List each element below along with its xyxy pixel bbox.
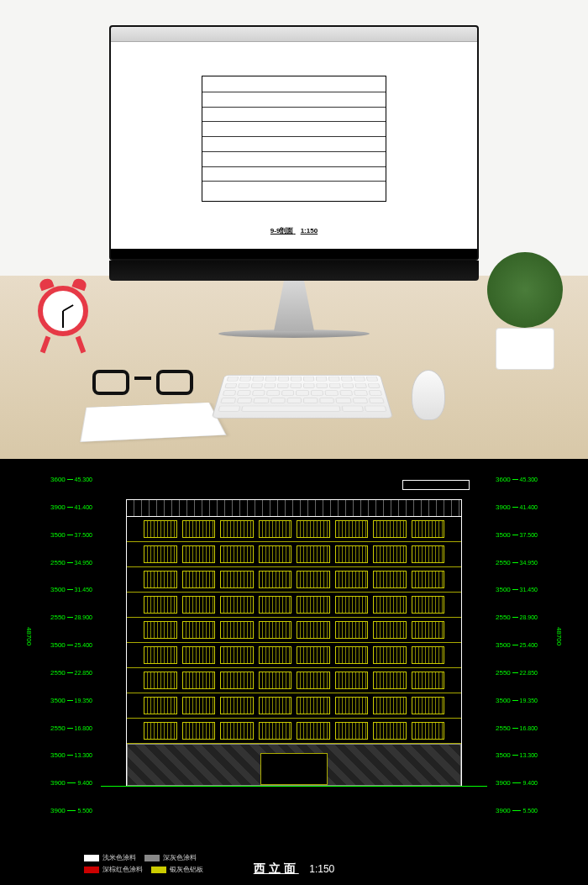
floor-elevation: 9.400 [77, 780, 92, 786]
floor-elevation: 41.400 [75, 504, 92, 510]
clock-face [38, 286, 88, 336]
floor-height: 3500 [50, 751, 66, 759]
potted-plant [487, 252, 563, 370]
drawing-title-block: 西立面 1:150 [254, 861, 335, 877]
dimension-row: 390041.400 [50, 503, 92, 511]
floor-elevation: 37.500 [75, 532, 92, 538]
autocad-ribbon [111, 27, 477, 42]
floor-height: 3500 [50, 697, 66, 704]
floor-height: 3500 [496, 586, 511, 593]
elevation-title: 西立面 [254, 861, 299, 875]
dimension-row: 390041.400 [496, 503, 538, 511]
floor-elevation: 28.900 [520, 614, 538, 620]
floor-elevation: 16.800 [75, 725, 92, 731]
building-elevation [126, 499, 462, 787]
section-scale: 1:150 [301, 227, 318, 234]
floor-height: 3900 [50, 779, 66, 787]
dimension-row: 39009.400 [496, 779, 538, 787]
floor-elevation: 45.300 [75, 477, 92, 482]
floor-height: 3500 [496, 531, 511, 539]
elevation-scale: 1:150 [309, 863, 334, 875]
dimension-row: 39005.500 [496, 807, 538, 814]
floor-height: 3600 [496, 476, 511, 483]
floor-height: 2550 [50, 669, 66, 677]
floor-height: 2550 [496, 724, 511, 732]
floor-height: 3500 [496, 751, 511, 759]
section-title-text: 9-9剖面 [270, 227, 294, 234]
monitor-stand [260, 281, 328, 331]
floor-height: 2550 [50, 559, 66, 566]
floor-height: 3500 [496, 697, 511, 704]
dimension-row: 350013.300 [50, 751, 92, 759]
dimension-row: 350025.400 [50, 641, 92, 649]
dimension-row: 255034.950 [50, 559, 92, 566]
dimension-row: 255022.850 [496, 669, 538, 677]
floor-elevation: 13.300 [520, 752, 538, 758]
dimension-row: 350019.350 [496, 697, 538, 704]
desk-photo-mockup: 9-9剖面 1:150 [0, 0, 588, 459]
dimension-row: 39009.400 [50, 779, 92, 787]
floor-height: 2550 [496, 614, 511, 621]
monitor-bezel [109, 261, 479, 281]
floor-elevation: 28.900 [75, 614, 92, 620]
roof-canopy [402, 480, 470, 490]
floor-height: 2550 [496, 669, 511, 677]
floor-height: 3500 [50, 586, 66, 593]
dimension-row: 350031.450 [496, 586, 538, 593]
dimension-row: 360045.300 [50, 476, 92, 483]
dimension-row: 255034.950 [496, 559, 538, 566]
paper-stack [80, 403, 226, 442]
floor-elevation: 5.500 [77, 808, 92, 814]
floor-height: 3600 [50, 476, 66, 483]
legend-item: 深灰色涂料 [144, 853, 197, 862]
eyeglasses [92, 370, 193, 403]
floor-elevation: 22.850 [520, 670, 538, 676]
dimension-row: 350025.400 [496, 641, 538, 649]
cad-canvas: 9-9剖面 1:150 [111, 42, 477, 249]
floor-height: 3900 [50, 503, 66, 511]
floor-elevation: 31.450 [75, 587, 92, 593]
legend-item: 深棕红色涂料 [84, 865, 143, 874]
floor-elevation: 31.450 [520, 587, 538, 593]
section-title: 9-9剖面 1:150 [270, 226, 318, 235]
west-elevation-drawing [101, 476, 487, 837]
floor-elevation: 37.500 [520, 532, 538, 538]
dimension-row: 255016.800 [50, 724, 92, 732]
floor-elevation: 22.850 [75, 670, 92, 676]
left-dimension-string: 360045.300390041.400350037.500255034.950… [50, 476, 92, 835]
floor-height: 3500 [50, 641, 66, 649]
dimension-row: 39005.500 [50, 807, 92, 814]
floor-elevation: 25.400 [520, 642, 538, 648]
main-entrance [260, 753, 327, 785]
floor-elevation: 19.350 [75, 698, 92, 703]
dimension-row: 255016.800 [496, 724, 538, 732]
monitor-screen: 9-9剖面 1:150 [109, 25, 479, 261]
floor-elevation: 13.300 [75, 752, 92, 758]
dimension-row: 350031.450 [50, 586, 92, 593]
floor-height: 3500 [50, 531, 66, 539]
dimension-row: 255028.900 [50, 614, 92, 621]
floor-elevation: 41.400 [520, 504, 538, 510]
floor-height: 2550 [50, 614, 66, 621]
alarm-clock [34, 286, 92, 361]
floor-elevation: 16.800 [520, 725, 538, 731]
roof-level [127, 500, 461, 517]
floor-elevation: 45.300 [520, 477, 538, 482]
building-section [202, 76, 386, 202]
total-height-right: 48700 [555, 627, 563, 645]
cad-elevation-view: 360045.300390041.400350037.500255034.950… [0, 459, 588, 885]
legend-item: 银灰色铝板 [151, 865, 203, 874]
floor-elevation: 34.950 [520, 560, 538, 566]
dimension-row: 255022.850 [50, 669, 92, 677]
floor-height: 3900 [496, 503, 511, 511]
dimension-row: 255028.900 [496, 614, 538, 621]
floor-height: 3500 [496, 641, 511, 649]
mouse [412, 370, 445, 420]
section-drawing: 9-9剖面 1:150 [168, 67, 420, 235]
computer-monitor: 9-9剖面 1:150 [109, 25, 479, 338]
dimension-row: 360045.300 [496, 476, 538, 483]
legend-item: 浅米色涂料 [84, 853, 136, 862]
floor-height: 2550 [496, 559, 511, 566]
total-height-left: 48700 [25, 627, 33, 645]
floor-elevation: 5.500 [522, 808, 538, 814]
